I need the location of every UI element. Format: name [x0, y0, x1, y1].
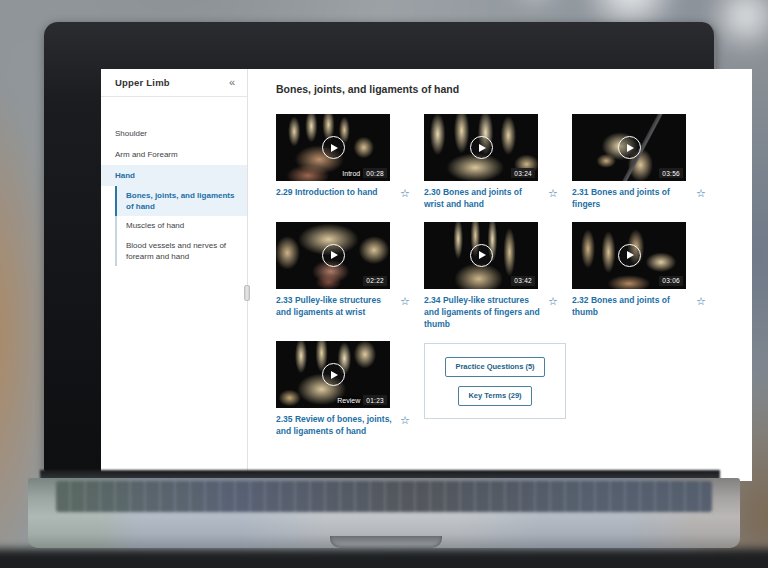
video-card-footer: 2.31 Bones and joints of fingers ☆	[572, 187, 720, 211]
favorite-star-icon[interactable]: ☆	[696, 295, 706, 319]
favorite-star-icon[interactable]: ☆	[548, 187, 558, 211]
video-meta: 03:06	[659, 276, 683, 286]
favorite-star-icon[interactable]: ☆	[400, 187, 410, 199]
video-card-footer: 2.33 Pulley-like structures and ligament…	[276, 295, 424, 319]
sidebar-resize-handle[interactable]	[244, 285, 250, 301]
favorite-star-icon[interactable]: ☆	[548, 295, 558, 331]
subtitle-caption: Introd	[342, 170, 360, 177]
sidebar-header: Upper Limb «	[101, 69, 247, 97]
favorite-star-icon[interactable]: ☆	[400, 295, 410, 319]
play-triangle-icon	[627, 144, 634, 152]
play-triangle-icon	[627, 251, 634, 259]
sidebar-nav-item[interactable]: Hand	[101, 165, 247, 186]
video-card: Review 01:23 2.35 Review of bones, joint…	[276, 341, 424, 438]
favorite-star-icon[interactable]: ☆	[696, 187, 706, 211]
duration-badge: 01:23	[363, 395, 387, 405]
video-thumbnail[interactable]: 03:42	[424, 222, 538, 289]
duration-badge: 02:22	[363, 276, 387, 286]
video-card: 03:42 2.34 Pulley-like structures and li…	[424, 222, 572, 331]
video-thumbnail[interactable]: 03:24	[424, 114, 538, 181]
video-card-footer: 2.29 Introduction to hand ☆	[276, 187, 424, 199]
duration-badge: 03:06	[659, 276, 683, 286]
video-thumbnail[interactable]: 03:56	[572, 114, 686, 181]
lesson-action-button[interactable]: Key Terms (29)	[458, 386, 531, 406]
video-title-link[interactable]: 2.35 Review of bones, joints, and ligame…	[276, 414, 392, 438]
video-title-link[interactable]: 2.30 Bones and joints of wrist and hand	[424, 187, 540, 211]
video-card-footer: 2.35 Review of bones, joints, and ligame…	[276, 414, 424, 438]
sidebar-subnav-item[interactable]: Bones, joints, and ligaments of hand	[115, 186, 247, 216]
collapse-sidebar-icon[interactable]: «	[229, 77, 235, 88]
play-triangle-icon	[479, 144, 486, 152]
video-card-footer: 2.32 Bones and joints of thumb ☆	[572, 295, 720, 319]
play-button-icon[interactable]	[322, 363, 345, 386]
video-card-footer: 2.30 Bones and joints of wrist and hand …	[424, 187, 572, 211]
play-button-icon[interactable]	[470, 244, 493, 267]
video-meta: 02:22	[363, 276, 387, 286]
video-title-link[interactable]: 2.33 Pulley-like structures and ligament…	[276, 295, 392, 319]
video-title-link[interactable]: 2.34 Pulley-like structures and ligament…	[424, 295, 540, 331]
desk-shadow	[0, 549, 768, 568]
sidebar-subnav-item[interactable]: Blood vessels and nerves of forearm and …	[115, 236, 247, 266]
sidebar-title: Upper Limb	[115, 77, 170, 88]
video-card: 03:06 2.32 Bones and joints of thumb ☆	[572, 222, 720, 319]
laptop-lid-notch	[330, 536, 442, 548]
play-button-icon[interactable]	[618, 136, 641, 159]
video-card-footer: 2.34 Pulley-like structures and ligament…	[424, 295, 572, 331]
video-thumbnail[interactable]: 02:22	[276, 222, 390, 289]
lesson-action-button[interactable]: Practice Questions (5)	[445, 357, 544, 377]
video-title-link[interactable]: 2.32 Bones and joints of thumb	[572, 295, 688, 319]
sidebar: Upper Limb « Shoulder Arm and Forearm Ha…	[101, 69, 248, 481]
laptop-keyboard	[56, 481, 712, 512]
sidebar-nav-item[interactable]: Arm and Forearm	[101, 144, 247, 165]
anatomy-app-page: Upper Limb « Shoulder Arm and Forearm Ha…	[101, 69, 752, 481]
play-button-icon[interactable]	[470, 136, 493, 159]
video-meta: 03:56	[659, 168, 683, 178]
video-meta: Introd 00:28	[342, 168, 387, 178]
sidebar-nav-item[interactable]: Shoulder	[101, 123, 247, 144]
subtitle-caption: Review	[337, 397, 360, 404]
play-triangle-icon	[479, 251, 486, 259]
duration-badge: 03:56	[659, 168, 683, 178]
sidebar-subnav-wrapper: Bones, joints, and ligaments of hand Mus…	[101, 186, 247, 266]
video-card: Introd 00:28 2.29 Introduction to hand ☆	[276, 114, 424, 199]
play-button-icon[interactable]	[322, 136, 345, 159]
video-title-link[interactable]: 2.31 Bones and joints of fingers	[572, 187, 688, 211]
video-meta: 03:24	[511, 168, 535, 178]
play-triangle-icon	[331, 371, 338, 379]
video-meta: 03:42	[511, 276, 535, 286]
duration-badge: 00:28	[363, 168, 387, 178]
video-thumbnail[interactable]: 03:06	[572, 222, 686, 289]
video-grid: Introd 00:28 2.29 Introduction to hand ☆	[276, 114, 744, 438]
video-title-link[interactable]: 2.29 Introduction to hand	[276, 187, 392, 199]
lesson-actions-card: Practice Questions (5) Key Terms (29)	[424, 343, 566, 419]
video-meta: Review 01:23	[337, 395, 387, 405]
favorite-star-icon[interactable]: ☆	[400, 414, 410, 438]
duration-badge: 03:42	[511, 276, 535, 286]
play-button-icon[interactable]	[322, 244, 345, 267]
play-triangle-icon	[331, 144, 338, 152]
video-card: 03:24 2.30 Bones and joints of wrist and…	[424, 114, 572, 211]
video-card: 02:22 2.33 Pulley-like structures and li…	[276, 222, 424, 319]
laptop-screen-bezel: Upper Limb « Shoulder Arm and Forearm Ha…	[44, 22, 716, 472]
video-thumbnail[interactable]: Review 01:23	[276, 341, 390, 408]
play-button-icon[interactable]	[618, 244, 641, 267]
sidebar-subnav-item[interactable]: Muscles of hand	[115, 216, 247, 235]
page-title: Bones, joints, and ligaments of hand	[276, 83, 744, 95]
duration-badge: 03:24	[511, 168, 535, 178]
video-thumbnail[interactable]: Introd 00:28	[276, 114, 390, 181]
sidebar-nav: Shoulder Arm and Forearm Hand Bones, joi…	[101, 123, 247, 266]
video-card: 03:56 2.31 Bones and joints of fingers ☆	[572, 114, 720, 211]
sidebar-subnav: Bones, joints, and ligaments of hand Mus…	[115, 186, 247, 266]
play-triangle-icon	[331, 251, 338, 259]
main-content: Bones, joints, and ligaments of hand Int…	[248, 69, 752, 481]
